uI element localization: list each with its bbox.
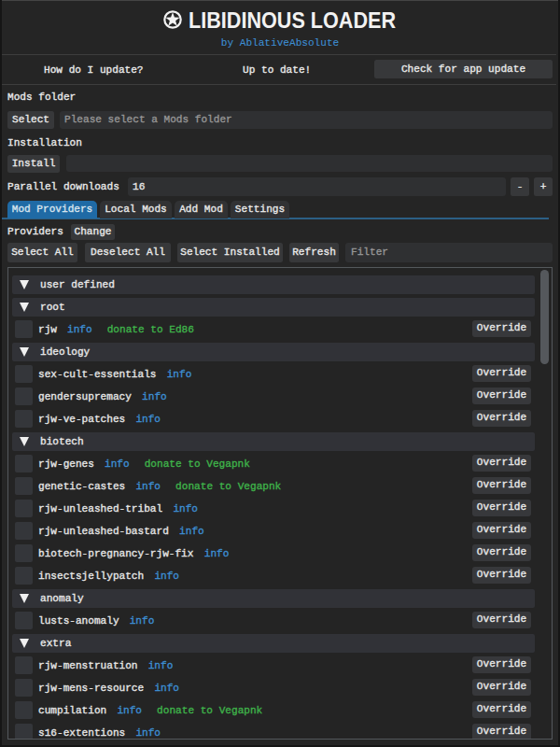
svg-text:LIBIDINOUS LOADER: LIBIDINOUS LOADER: [189, 8, 396, 33]
